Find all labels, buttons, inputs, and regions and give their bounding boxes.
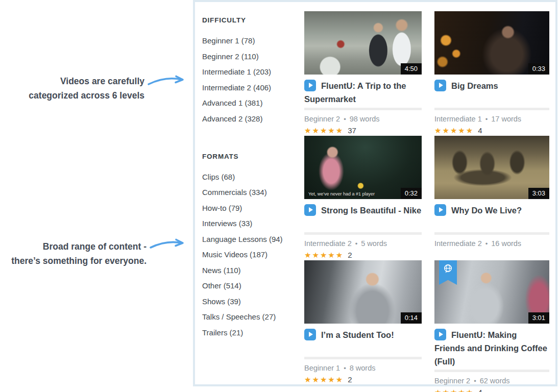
video-title-text: FluentU: A Trip to the Supermarket <box>304 81 406 104</box>
video-wordcount: 5 words <box>361 239 387 248</box>
video-title[interactable]: Why Do We Live? <box>434 204 549 231</box>
star-rating-icons: ★★★★★ <box>304 251 344 259</box>
rating-count: 4 <box>478 126 482 135</box>
filter-item[interactable]: Advanced 1 (381) <box>202 99 302 107</box>
formats-filter-section: FORMATS Clips (68)Commercials (334)How-t… <box>202 153 302 337</box>
arrow-right-icon <box>147 75 188 89</box>
video-title[interactable]: Strong Is Beautiful - Nike <box>304 204 422 231</box>
video-card[interactable]: 3:01 FluentU: Making Friends and Drinkin… <box>434 260 549 385</box>
progress-bar <box>304 232 422 235</box>
video-thumbnail[interactable]: 3:01 <box>434 260 549 324</box>
rating-count: 2 <box>348 375 352 384</box>
filter-item[interactable]: Other (514) <box>202 281 302 290</box>
annotation-content: Broad range of content - there’s somethi… <box>11 239 147 268</box>
separator-dot: • <box>344 115 346 123</box>
video-title-text: Strong Is Beautiful - Nike <box>321 206 421 215</box>
filter-item[interactable]: Intermediate 2 (406) <box>202 83 302 92</box>
video-wordcount: 17 words <box>491 115 521 123</box>
video-title[interactable]: FluentU: A Trip to the Supermarket <box>304 79 422 106</box>
rating-count: 2 <box>348 251 352 259</box>
video-card[interactable]: 0:33 Big Dreams Intermediate 1•17 words … <box>434 11 549 136</box>
video-thumbnail[interactable]: 0:14 <box>304 260 422 324</box>
filter-item[interactable]: Clips (68) <box>202 173 302 181</box>
video-card[interactable]: 0:14 I’m a Student Too! Beginner 1•8 wor… <box>304 260 422 385</box>
progress-bar <box>304 357 422 359</box>
play-icon <box>304 329 316 340</box>
video-wordcount: 98 words <box>350 115 380 123</box>
filter-item[interactable]: Language Lessons (94) <box>202 235 302 243</box>
star-rating-icons: ★★★★★ <box>434 388 474 392</box>
formats-section-title: FORMATS <box>202 153 302 160</box>
annotation-content-line1: Broad range of content - <box>11 239 147 254</box>
video-title-text: Big Dreams <box>451 81 498 90</box>
duration-badge: 0:33 <box>528 63 549 75</box>
filters-sidebar: DIFFICULTY Beginner 1 (78)Beginner 2 (11… <box>202 16 302 366</box>
video-thumbnail[interactable]: Yet, we've never had a #1 player 0:32 <box>304 136 422 199</box>
star-rating-icons: ★★★★★ <box>304 375 344 384</box>
difficulty-filter-list: Beginner 1 (78)Beginner 2 (110)Intermedi… <box>202 36 302 123</box>
video-card[interactable]: 3:03 Why Do We Live? Intermediate 2•16 w… <box>434 136 549 260</box>
progress-bar <box>304 108 422 110</box>
duration-badge: 0:32 <box>401 188 422 199</box>
formats-filter-list: Clips (68)Commercials (334)How-to (79)In… <box>202 173 302 337</box>
filter-item[interactable]: Intermediate 1 (203) <box>202 67 302 76</box>
duration-badge: 3:03 <box>528 188 549 199</box>
difficulty-filter-section: DIFFICULTY Beginner 1 (78)Beginner 2 (11… <box>202 16 302 123</box>
filter-item[interactable]: Shows (39) <box>202 297 302 306</box>
video-card[interactable]: 4:50 FluentU: A Trip to the Supermarket … <box>304 11 422 136</box>
video-thumbnail[interactable]: 3:03 <box>434 136 549 199</box>
video-wordcount: 8 words <box>350 364 376 372</box>
filter-item[interactable]: Trailers (21) <box>202 328 302 337</box>
thumbnail-caption: Yet, we've never had a #1 player <box>308 191 390 197</box>
progress-bar <box>434 370 549 372</box>
play-icon <box>434 80 446 91</box>
rating-count: 37 <box>348 126 356 135</box>
video-wordcount: 62 words <box>480 377 510 385</box>
video-title[interactable]: Big Dreams <box>434 79 549 106</box>
video-rating: ★★★★★2 <box>304 375 422 384</box>
video-browser-panel: DIFFICULTY Beginner 1 (78)Beginner 2 (11… <box>193 0 557 386</box>
star-rating-icons: ★★★★★ <box>304 126 344 135</box>
filter-item[interactable]: Beginner 1 (78) <box>202 36 302 45</box>
video-meta: Beginner 2•98 words <box>304 115 422 123</box>
separator-dot: • <box>355 240 358 248</box>
annotation-levels: Videos are carefully categorized across … <box>29 74 144 103</box>
video-meta: Intermediate 2•16 words <box>434 239 549 248</box>
video-card[interactable]: Yet, we've never had a #1 player 0:32 St… <box>304 136 422 260</box>
video-wordcount: 16 words <box>491 239 521 248</box>
filter-item[interactable]: Commercials (334) <box>202 188 302 197</box>
video-title[interactable]: I’m a Student Too! <box>304 328 422 355</box>
video-meta: Beginner 1•8 words <box>304 364 422 372</box>
filter-item[interactable]: Talks / Speeches (27) <box>202 312 302 321</box>
filter-item[interactable]: How-to (79) <box>202 204 302 212</box>
filter-item[interactable]: News (110) <box>202 266 302 275</box>
video-grid: 4:50 FluentU: A Trip to the Supermarket … <box>304 11 549 385</box>
play-icon <box>434 329 446 340</box>
globe-icon <box>443 264 453 274</box>
video-rating: ★★★★★2 <box>304 251 422 260</box>
video-title-text: Why Do We Live? <box>451 206 522 215</box>
separator-dot: • <box>344 364 346 372</box>
fluentu-ribbon-badge <box>439 260 457 285</box>
separator-dot: • <box>474 377 476 385</box>
video-level: Beginner 2 <box>434 377 470 385</box>
annotation-levels-line1: Videos are carefully <box>29 74 144 88</box>
duration-badge: 4:50 <box>401 63 422 75</box>
arrow-right-icon <box>149 238 188 252</box>
filter-item[interactable]: Music Videos (187) <box>202 250 302 259</box>
filter-item[interactable]: Interviews (33) <box>202 219 302 228</box>
video-thumbnail[interactable]: 4:50 <box>304 11 422 75</box>
progress-bar <box>434 108 549 110</box>
video-title-text: I’m a Student Too! <box>321 330 394 339</box>
video-level: Beginner 2 <box>304 115 340 123</box>
play-icon <box>304 204 316 216</box>
video-thumbnail[interactable]: 0:33 <box>434 11 549 75</box>
video-title[interactable]: FluentU: Making Friends and Drinking Cof… <box>434 328 549 368</box>
annotation-levels-line2: categorized across 6 levels <box>29 88 144 103</box>
duration-badge: 3:01 <box>528 312 549 324</box>
filter-item[interactable]: Beginner 2 (110) <box>202 52 302 61</box>
play-icon <box>434 204 446 216</box>
video-meta: Intermediate 2•5 words <box>304 239 422 248</box>
filter-item[interactable]: Advanced 2 (328) <box>202 114 302 123</box>
difficulty-section-title: DIFFICULTY <box>202 16 302 24</box>
